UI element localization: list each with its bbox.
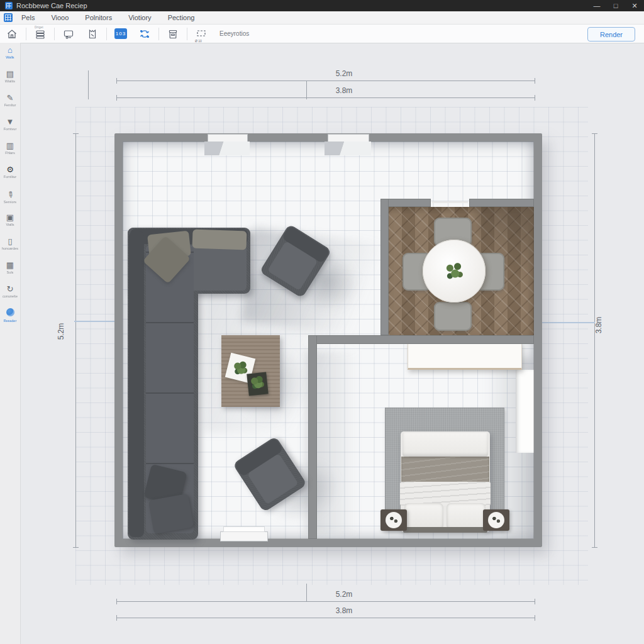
archive-button[interactable]: [162, 26, 184, 42]
title-bar: Rocbbewe Cae Reciep — □ ✕: [0, 0, 644, 11]
flag-button[interactable]: [82, 26, 103, 42]
dimension-tick: [73, 133, 79, 134]
rotate-icon: ↻: [0, 284, 20, 294]
dimension-label-bottom-inner: 3.8m: [306, 606, 382, 615]
home-button[interactable]: [1, 26, 23, 42]
dimension-line-bottom-inner: [116, 618, 535, 618]
menu-history[interactable]: Viotiory: [128, 14, 151, 21]
numbers-button[interactable]: 103: [110, 26, 131, 42]
render-icon: [0, 308, 20, 319]
dimension-tick: [116, 599, 117, 604]
design-canvas[interactable]: 5.2m 3.8m 5.2m 3.8m 5.2m 3.8m: [20, 43, 644, 644]
dimension-tick: [592, 133, 597, 134]
layers-icon: [34, 28, 47, 40]
dimension-icon-label: Ø 10: [195, 39, 202, 43]
dimension-tick: [73, 547, 79, 548]
menu-pointers[interactable]: Polnitors: [85, 14, 112, 21]
minimize-button[interactable]: —: [587, 0, 606, 11]
sidebar-item-windows[interactable]: ▤Wialits: [0, 69, 20, 92]
dimension-button[interactable]: Ø 10: [191, 26, 212, 42]
door-opening[interactable]: [432, 201, 468, 203]
panel-icon: ▦: [0, 260, 20, 270]
sidebar-item-furniture-edit[interactable]: ✎Femltur: [0, 93, 20, 116]
sidebar-item-walls[interactable]: ⌂Walls: [0, 45, 20, 68]
dimension-label-top-outer: 5.2m: [306, 69, 382, 78]
dimension-line-bottom-outer: [116, 601, 535, 602]
dimension-line-top-outer: [116, 80, 535, 81]
close-button[interactable]: ✕: [625, 0, 644, 11]
layers-mini-label: Drtget: [35, 25, 43, 29]
toolbar: Drtget 103 Ø 10 Eeeyrotios Render: [0, 25, 644, 43]
sidebar-item-settings[interactable]: ⚙Fornlitur: [0, 165, 20, 187]
funnel-icon: ▼: [0, 117, 20, 127]
app-logo-icon: [4, 13, 13, 22]
window-icon: ▤: [0, 69, 20, 79]
interior-wall-horizontal[interactable]: [308, 335, 534, 344]
app-logo-icon: [5, 2, 13, 9]
gear-icon: ⚙: [0, 165, 20, 175]
sidebar-item-render[interactable]: Ressder: [0, 308, 20, 331]
rotate-icon: [138, 28, 151, 40]
coffee-table[interactable]: [221, 335, 280, 407]
window-bottom[interactable]: [220, 531, 268, 541]
dimension-tick: [116, 615, 117, 621]
menu-view[interactable]: Viooo: [51, 14, 69, 21]
window-light-right: [325, 142, 371, 155]
dimension-extension: [88, 70, 89, 99]
sidebar-item-connect[interactable]: ↻conunelte: [0, 284, 20, 307]
archive-icon: [167, 28, 179, 40]
sidebar-item-sensors[interactable]: ✎Semiors: [0, 189, 20, 211]
document-icon: ▯: [0, 236, 20, 247]
dimension-icon: [195, 28, 208, 40]
dimension-line-top-inner: [116, 97, 535, 98]
sofa-back-cushion: [192, 230, 247, 250]
dimension-tick: [116, 95, 117, 101]
plant-leaves: [250, 375, 266, 391]
home-icon: [6, 28, 18, 40]
box-icon: ▣: [0, 213, 20, 223]
toolbar-separator: [54, 28, 55, 40]
toolbar-separator: [26, 28, 26, 40]
dimension-tick: [535, 95, 535, 101]
window-title: Rocbbewe Cae Reciep: [16, 2, 87, 9]
sidebar-item-walls2[interactable]: ▣Vialls: [0, 213, 20, 235]
guide-line-left: [74, 321, 116, 322]
flag-icon: [86, 28, 99, 40]
render-button[interactable]: Render: [587, 27, 635, 42]
maximize-button[interactable]: □: [606, 0, 625, 11]
layers-button[interactable]: Drtget: [30, 26, 51, 42]
dimension-label-left: 5.2m: [57, 316, 65, 347]
active-tool-name: Eeeyrotios: [219, 30, 249, 37]
sidebar-item-suls[interactable]: ▦Suls: [0, 260, 20, 283]
menu-sections[interactable]: Pectiong: [168, 14, 195, 21]
dimension-tick: [116, 78, 117, 84]
sofa-back-left: [129, 231, 144, 537]
dimension-label-top-inner: 3.8m: [306, 86, 382, 95]
dimension-tick: [535, 615, 535, 621]
dimension-tick: [592, 547, 597, 548]
window-sill-bottom: [223, 526, 265, 532]
edit-icon: ✎: [0, 93, 20, 103]
window-light-left: [204, 142, 250, 155]
menu-file[interactable]: Pels: [21, 14, 35, 21]
sofa-pillow: [148, 494, 194, 534]
numbers-icon: 103: [114, 28, 127, 39]
application-window: Rocbbewe Cae Reciep — □ ✕ Pels Viooo Pol…: [0, 0, 644, 644]
plant-box: [247, 372, 268, 396]
sidebar-item-standards[interactable]: ▯honoardes: [0, 236, 20, 259]
dining-wall-top-right[interactable]: [469, 199, 534, 207]
monitor-button[interactable]: [58, 26, 79, 42]
home-icon: ⌂: [0, 45, 20, 55]
sidebar-item-furniture-filter[interactable]: ▼Forntvur: [0, 117, 20, 140]
dining-wall-left[interactable]: [380, 199, 389, 335]
sidebar-item-filters[interactable]: ▥Fhlars: [0, 141, 20, 164]
dimension-label-bottom-outer: 5.2m: [306, 590, 382, 599]
pencil-icon: ✎: [4, 189, 16, 201]
menu-bar: Pels Viooo Polnitors Viotiory Pectiong: [0, 11, 644, 25]
dimension-tick: [306, 584, 307, 601]
bedroom-wall-left[interactable]: [308, 335, 317, 539]
dimension-label-right: 3.8m: [594, 309, 603, 341]
tool-sidebar: ⌂Walls ▤Wialits ✎Femltur ▼Forntvur ▥Fhla…: [0, 43, 21, 644]
dimension-tick: [535, 599, 535, 604]
rotate-button[interactable]: [134, 26, 155, 42]
